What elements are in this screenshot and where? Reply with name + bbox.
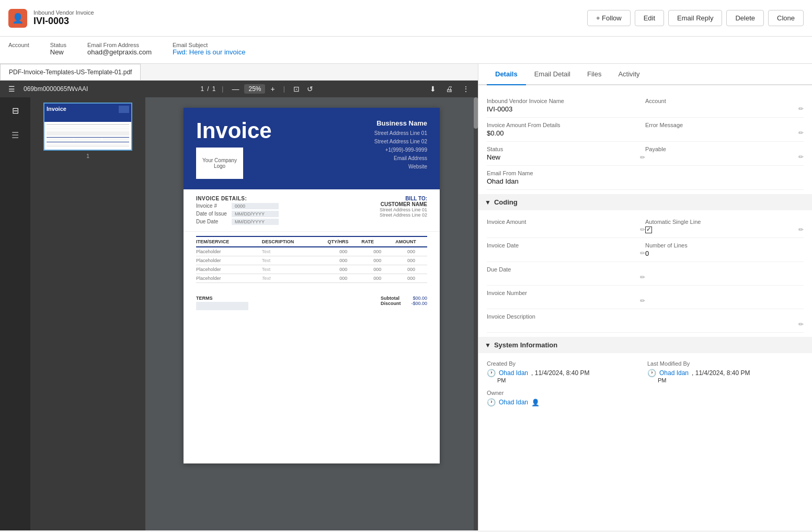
sys-last-modified-label: Last Modified By [647, 360, 804, 367]
pdf-toolbar-left: ☰ 069bm0000065fWvAAI [6, 84, 88, 94]
invoice-header-section: Invoice Your Company Logo Business Name … [184, 108, 440, 189]
invoice-date-issue-label: Date of Issue [196, 211, 227, 217]
last-modified-date: , 11/4/2024, 8:40 PM [692, 369, 750, 377]
invoice-num-row: Invoice # 0000 [196, 203, 279, 209]
app-avatar: 👤 [8, 9, 27, 28]
tab-email-detail[interactable]: Email Detail [526, 64, 579, 85]
meta-account-label: Account [8, 42, 29, 48]
tab-files[interactable]: Files [579, 64, 610, 85]
field-auto-single-line-edit-icon[interactable]: ✏ [798, 226, 804, 233]
top-header: 👤 Inbound Vendor Invoice IVI-0003 + Foll… [0, 0, 812, 37]
field-auto-single-line-value: ✏ [645, 226, 804, 233]
email-reply-button[interactable]: Email Reply [668, 10, 722, 26]
record-title: IVI-0003 [33, 16, 94, 27]
pdf-thumbnail-icon[interactable]: ⊟ [9, 103, 22, 119]
pdf-page-thumbnail[interactable]: Invoice [43, 103, 132, 151]
invoice-title: Invoice [196, 118, 272, 143]
pdf-toolbar: ☰ 069bm0000065fWvAAI 1 / 1 | — 25% + | ⊡… [0, 81, 478, 97]
pdf-thumbnail-panel: Invoice [30, 97, 145, 530]
created-by-date: , 11/4/2024, 8:40 PM [531, 369, 589, 377]
th-description: DESCRIPTION [262, 239, 326, 244]
tab-activity[interactable]: Activity [610, 64, 648, 85]
invoice-details-header: INVOICE DETAILS: [196, 196, 279, 201]
delete-button[interactable]: Delete [726, 10, 764, 26]
field-invoice-desc-label: Invoice Description [487, 313, 804, 320]
invoice-logo-text: Your Company Logo [196, 157, 243, 169]
invoice-terms-label: TERMS [196, 296, 248, 301]
follow-button[interactable]: + Follow [587, 10, 631, 26]
system-section-label: System Information [494, 341, 557, 349]
field-status-edit-icon[interactable]: ✏ [640, 154, 645, 161]
pdf-download-button[interactable]: ⬇ [428, 84, 438, 94]
pdf-print-button[interactable]: 🖨 [443, 84, 455, 94]
field-invoice-amount-edit-icon[interactable]: ✏ [640, 226, 645, 233]
field-invoice-number-edit-icon[interactable]: ✏ [640, 297, 645, 304]
auto-single-line-checkbox[interactable] [645, 227, 652, 233]
invoice-logo-box: Your Company Logo [196, 148, 243, 179]
right-panel-content: Inbound Vendor Invoice Name IVI-0003 Acc… [478, 85, 812, 530]
owner-link[interactable]: Ohad Idan [499, 399, 528, 406]
field-invoice-name: Inbound Vendor Invoice Name IVI-0003 [487, 94, 645, 118]
field-invoice-amount-value: ✏ [487, 226, 645, 233]
pdf-zoom-out-button[interactable]: — [230, 84, 241, 94]
pdf-main-view[interactable]: Invoice Your Company Logo Business Name … [145, 97, 478, 530]
field-email-from-name-value: Ohad Idan [487, 177, 645, 185]
clone-button[interactable]: Clone [768, 10, 804, 26]
pdf-list-icon[interactable]: ☰ [8, 127, 22, 143]
field-payable-edit-icon[interactable]: ✏ [798, 153, 804, 161]
pdf-zoom-in-button[interactable]: + [268, 84, 277, 94]
coding-section-header[interactable]: ▼ Coding [478, 194, 812, 210]
field-error-edit-icon[interactable]: ✏ [798, 129, 804, 137]
system-section-header[interactable]: ▼ System Information [478, 337, 812, 353]
pdf-tab-bar: PDF-Invoice-Templates-US-Template-01.pdf [0, 64, 478, 81]
system-info: Created By 🕐 Ohad Idan , 11/4/2024, 8:40… [487, 357, 804, 410]
field-invoice-desc-edit-icon[interactable]: ✏ [798, 321, 804, 328]
field-invoice-amount: Invoice Amount ✏ [487, 214, 645, 238]
invoice-date-issue-row: Date of Issue MM/DD/YYYY [196, 211, 279, 217]
details-fields-grid: Inbound Vendor Invoice Name IVI-0003 Acc… [487, 94, 804, 190]
field-invoice-name-value: IVI-0003 [487, 105, 645, 113]
th-rate: RATE [361, 239, 393, 244]
owner-assign-icon[interactable]: 👤 [531, 399, 540, 406]
pdf-rotate-button[interactable]: ↺ [305, 84, 315, 94]
invoice-due-date-label: Due Date [196, 219, 227, 225]
edit-button[interactable]: Edit [635, 10, 664, 26]
meta-email-from-value: ohad@getpraxis.com [87, 48, 152, 56]
invoice-left-header: Invoice Your Company Logo [196, 118, 272, 179]
main-layout: PDF-Invoice-Templates-US-Template-01.pdf… [0, 64, 812, 530]
pdf-menu-icon[interactable]: ☰ [6, 84, 17, 94]
pdf-scrollbar[interactable] [474, 97, 478, 530]
system-info-grid: Created By 🕐 Ohad Idan , 11/4/2024, 8:40… [487, 357, 804, 387]
pdf-tab[interactable]: PDF-Invoice-Templates-US-Template-01.pdf [0, 64, 141, 80]
field-invoice-number-label: Invoice Number [487, 290, 645, 296]
last-modified-link[interactable]: Ohad Idan [659, 369, 689, 377]
th-qty-hrs: QTY/HRS [327, 239, 359, 244]
record-type-label: Inbound Vendor Invoice [33, 9, 94, 16]
meta-email-subject: Email Subject Fwd: Here is our invoice [173, 42, 245, 56]
field-invoice-name-label: Inbound Vendor Invoice Name [487, 98, 645, 104]
pdf-more-button[interactable]: ⋮ [460, 84, 472, 94]
owner-value: 🕐 Ohad Idan 👤 [487, 398, 804, 406]
owner-label: Owner [487, 390, 804, 396]
meta-email-subject-label: Email Subject [173, 42, 245, 48]
meta-email-from: Email From Address ohad@getpraxis.com [87, 42, 152, 56]
sys-created-by-value: 🕐 Ohad Idan , 11/4/2024, 8:40 PM [487, 369, 643, 377]
pdf-fit-button[interactable]: ⊡ [291, 84, 302, 94]
pdf-sidebar-strip: ⊟ ☰ [0, 97, 30, 530]
field-invoice-date: Invoice Date ✏ [487, 238, 645, 262]
subtotal-val: $00.00 [413, 296, 427, 301]
field-invoice-desc-value: ✏ [487, 321, 804, 328]
field-due-date-edit-icon[interactable]: ✏ [640, 274, 645, 281]
field-invoice-date-edit-icon[interactable]: ✏ [640, 250, 645, 257]
invoice-email: Email Address [374, 154, 427, 163]
header-left: 👤 Inbound Vendor Invoice IVI-0003 [8, 9, 94, 28]
field-account-edit-icon[interactable]: ✏ [798, 105, 804, 112]
tab-details[interactable]: Details [487, 64, 526, 85]
invoice-num-val: 0000 [232, 203, 279, 209]
invoice-biz-name: Business Name [374, 118, 427, 129]
meta-status: Status New [50, 42, 66, 56]
sys-last-modified-value: 🕐 Ohad Idan , 11/4/2024, 8:40 PM [647, 369, 804, 377]
created-by-link[interactable]: Ohad Idan [499, 369, 528, 377]
invoice-due-date-row: Due Date MM/DD/YYYY [196, 219, 279, 225]
sys-created-by: Created By 🕐 Ohad Idan , 11/4/2024, 8:40… [487, 357, 643, 387]
